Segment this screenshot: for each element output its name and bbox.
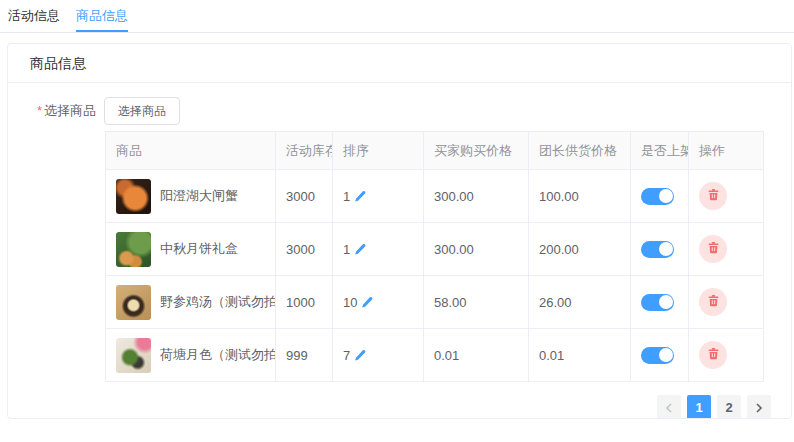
chevron-left-icon bbox=[665, 403, 673, 413]
delete-button[interactable] bbox=[699, 235, 727, 263]
on-shelf-toggle[interactable] bbox=[641, 188, 674, 205]
column-header-buyer-price: 买家购买价格 bbox=[424, 132, 529, 170]
product-image bbox=[116, 232, 151, 267]
product-name: 中秋月饼礼盒 bbox=[160, 240, 238, 258]
trash-icon bbox=[707, 188, 720, 204]
chevron-right-icon bbox=[755, 403, 763, 413]
column-header-product: 商品 bbox=[106, 132, 276, 170]
prev-page-button[interactable] bbox=[657, 395, 681, 419]
product-name: 野参鸡汤（测试勿拍） bbox=[160, 293, 276, 311]
buyer-price-value: 300.00 bbox=[434, 242, 474, 257]
next-page-button[interactable] bbox=[747, 395, 771, 419]
required-asterisk: * bbox=[37, 103, 42, 118]
trash-icon bbox=[707, 347, 720, 363]
product-image bbox=[116, 179, 151, 214]
product-name: 荷塘月色（测试勿拍） bbox=[160, 346, 276, 364]
table-body: 阳澄湖大闸蟹 3000 1 300.00 100.00 中 bbox=[106, 170, 764, 382]
on-shelf-toggle[interactable] bbox=[641, 241, 674, 258]
stock-value: 3000 bbox=[286, 189, 315, 204]
page-button-1[interactable]: 1 bbox=[687, 395, 711, 419]
column-header-actions: 操作 bbox=[689, 132, 764, 170]
select-product-label: *选择商品 bbox=[8, 102, 96, 120]
sort-value: 7 bbox=[343, 348, 350, 363]
table-row: 荷塘月色（测试勿拍） 999 7 0.01 0.01 bbox=[106, 329, 764, 382]
stock-value: 3000 bbox=[286, 242, 315, 257]
product-image bbox=[116, 285, 151, 320]
pagination: 1 2 bbox=[8, 395, 771, 419]
trash-icon bbox=[707, 241, 720, 257]
table-header-row: 商品 活动库存 排序 买家购买价格 团长供货价格 是否上架 操作 bbox=[106, 132, 764, 170]
column-header-on-shelf: 是否上架 bbox=[631, 132, 689, 170]
edit-sort-icon[interactable] bbox=[353, 349, 366, 362]
buyer-price-value: 300.00 bbox=[434, 189, 474, 204]
table-row: 中秋月饼礼盒 3000 1 300.00 200.00 bbox=[106, 223, 764, 276]
table-row: 野参鸡汤（测试勿拍） 1000 10 58.00 26.00 bbox=[106, 276, 764, 329]
column-header-leader-price: 团长供货价格 bbox=[529, 132, 631, 170]
toggle-knob bbox=[659, 348, 673, 362]
product-name: 阳澄湖大闸蟹 bbox=[160, 187, 238, 205]
leader-price-value: 0.01 bbox=[539, 348, 564, 363]
delete-button[interactable] bbox=[699, 182, 727, 210]
leader-price-value: 200.00 bbox=[539, 242, 579, 257]
sort-value: 10 bbox=[343, 295, 357, 310]
column-header-stock: 活动库存 bbox=[276, 132, 333, 170]
select-product-form-row: *选择商品 选择商品 bbox=[8, 97, 791, 125]
stock-value: 1000 bbox=[286, 295, 315, 310]
delete-button[interactable] bbox=[699, 288, 727, 316]
edit-sort-icon[interactable] bbox=[353, 190, 366, 203]
on-shelf-toggle[interactable] bbox=[641, 294, 674, 311]
page-button-2[interactable]: 2 bbox=[717, 395, 741, 419]
select-product-label-text: 选择商品 bbox=[44, 103, 96, 118]
edit-sort-icon[interactable] bbox=[353, 243, 366, 256]
toggle-knob bbox=[659, 295, 673, 309]
select-product-button[interactable]: 选择商品 bbox=[104, 97, 180, 125]
buyer-price-value: 0.01 bbox=[434, 348, 459, 363]
product-table: 商品 活动库存 排序 买家购买价格 团长供货价格 是否上架 操作 阳澄湖大闸蟹 … bbox=[105, 131, 763, 382]
card-title: 商品信息 bbox=[8, 44, 791, 83]
tab-activity-info[interactable]: 活动信息 bbox=[8, 0, 60, 32]
table-row: 阳澄湖大闸蟹 3000 1 300.00 100.00 bbox=[106, 170, 764, 223]
stock-value: 999 bbox=[286, 348, 308, 363]
product-info-card: 商品信息 *选择商品 选择商品 商品 活动库存 排序 买家购买价格 团长供货价格… bbox=[7, 43, 792, 419]
leader-price-value: 26.00 bbox=[539, 295, 572, 310]
delete-button[interactable] bbox=[699, 341, 727, 369]
tab-product-info[interactable]: 商品信息 bbox=[76, 0, 128, 32]
on-shelf-toggle[interactable] bbox=[641, 347, 674, 364]
toggle-knob bbox=[659, 189, 673, 203]
buyer-price-value: 58.00 bbox=[434, 295, 467, 310]
leader-price-value: 100.00 bbox=[539, 189, 579, 204]
trash-icon bbox=[707, 294, 720, 310]
edit-sort-icon[interactable] bbox=[360, 296, 373, 309]
sort-value: 1 bbox=[343, 242, 350, 257]
sort-value: 1 bbox=[343, 189, 350, 204]
tab-bar: 活动信息 商品信息 bbox=[0, 0, 794, 33]
product-image bbox=[116, 338, 151, 373]
column-header-sort: 排序 bbox=[333, 132, 424, 170]
toggle-knob bbox=[659, 242, 673, 256]
